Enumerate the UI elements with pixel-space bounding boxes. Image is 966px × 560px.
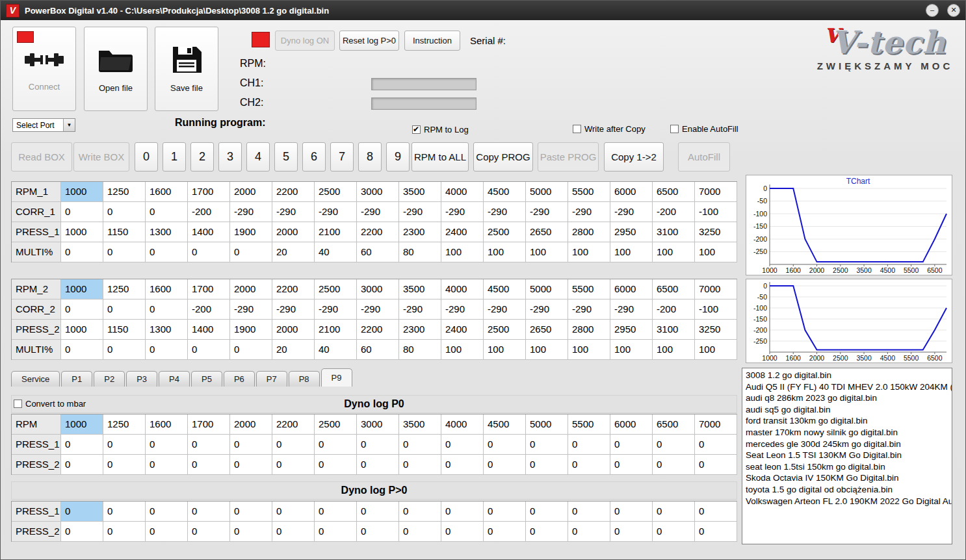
file-list-item[interactable]: Audi Q5 II (FY FL) 40 TDI MHEV 2.0 150kW… [742,381,952,393]
grid-cell[interactable]: 0 [568,455,610,475]
grid-cell[interactable]: 2200 [357,222,399,242]
grid-cell[interactable]: 2000 [230,182,272,202]
grid-cell[interactable]: -200 [188,202,230,222]
grid-cell[interactable]: 2950 [610,320,653,340]
grid-cell[interactable]: 0 [526,522,568,542]
grid-cell[interactable]: 100 [568,340,610,360]
file-list-item[interactable]: master 170km nowy silnik go digital.bin [742,427,952,439]
write-after-copy-checkbox[interactable]: Write after Copy [573,124,646,134]
grid-cell[interactable]: 4500 [484,182,526,202]
grid-cell[interactable]: 5500 [568,279,610,299]
grid-cell[interactable]: 1700 [188,182,230,202]
grid-cell[interactable]: 0 [188,522,230,542]
grid-cell[interactable]: 2200 [357,320,399,340]
grid-cell[interactable]: 3500 [399,414,441,435]
grid-cell[interactable]: 2500 [484,320,526,340]
grid-cell[interactable]: 0 [61,340,103,360]
file-list-item[interactable]: Skoda Octavia IV 150KM Go Digital.bin [742,472,952,484]
file-list-item[interactable]: ford transit 130km go digital.bin [742,415,952,427]
grid-cell[interactable]: 0 [484,522,526,542]
grid-cell[interactable]: -290 [357,299,399,320]
grid-cell[interactable]: 4000 [441,279,484,299]
grid-cell[interactable]: 80 [399,340,441,360]
grid-cell[interactable]: -290 [272,202,315,222]
digit-button-7[interactable]: 7 [330,142,354,172]
grid-cell[interactable]: 0 [568,522,610,542]
grid-cell[interactable]: 0 [188,435,230,455]
tab-p5[interactable]: P5 [191,371,222,387]
grid-cell[interactable]: 0 [272,455,315,475]
grid-cell[interactable]: 2200 [272,279,315,299]
grid-cell[interactable]: 2000 [230,279,272,299]
grid-cell[interactable]: 0 [272,522,315,542]
grid-cell[interactable]: 100 [610,242,653,262]
grid-cell[interactable]: 0 [695,455,737,475]
grid-cell[interactable]: 0 [653,435,695,455]
grid-cell[interactable]: 0 [526,455,568,475]
digit-button-4[interactable]: 4 [246,142,270,172]
grid-cell[interactable]: 0 [230,435,272,455]
digit-button-8[interactable]: 8 [358,142,382,172]
copy-1-to-2-button[interactable]: Copy 1->2 [604,142,664,172]
grid-cell[interactable]: 100 [526,242,568,262]
grid-cell[interactable]: 0 [526,435,568,455]
grid-cell[interactable]: 0 [484,502,526,522]
grid-cell[interactable]: -290 [315,299,357,320]
grid-cell[interactable]: 1400 [188,222,230,242]
grid-cell[interactable]: 0 [315,435,357,455]
grid-cell[interactable]: 100 [441,242,484,262]
grid-cell[interactable]: 0 [146,455,188,475]
grid-cell[interactable]: 0 [399,455,441,475]
grid-cell[interactable]: 60 [357,242,399,262]
grid-cell[interactable]: 0 [695,435,737,455]
grid-cell[interactable]: 6000 [610,279,653,299]
close-button[interactable]: ✕ [947,4,960,17]
grid-cell[interactable]: 0 [103,299,146,320]
grid-cell[interactable]: 2000 [272,222,315,242]
grid-cell[interactable]: 0 [61,435,103,455]
grid-cell[interactable]: 0 [399,522,441,542]
grid-cell[interactable]: 0 [399,502,441,522]
grid-cell[interactable]: 100 [653,340,695,360]
grid-cell[interactable]: 0 [315,455,357,475]
grid-cell[interactable]: 1600 [146,182,188,202]
grid-cell[interactable]: 1900 [230,320,272,340]
grid-cell[interactable]: 0 [103,455,146,475]
grid-cell[interactable]: 0 [146,299,188,320]
grid-cell[interactable]: -290 [315,202,357,222]
grid-cell[interactable]: 20 [272,340,315,360]
autofill-button[interactable]: AutoFill [678,142,730,172]
grid-cell[interactable]: 3500 [399,182,441,202]
grid-cell[interactable]: 2950 [610,222,653,242]
select-port-dropdown[interactable]: Select Port ▼ [12,118,75,132]
grid-cell[interactable]: 0 [230,522,272,542]
grid-cell[interactable]: 20 [272,242,315,262]
grid-cell[interactable]: 5500 [568,182,610,202]
copy-prog-button[interactable]: Copy PROG [473,142,533,172]
grid-cell[interactable]: 6500 [653,182,695,202]
grid-cell[interactable]: 60 [357,340,399,360]
grid-cell[interactable]: 0 [610,522,653,542]
grid-cell[interactable]: 0 [61,202,103,222]
minimize-button[interactable]: – [926,4,939,17]
grid-cell[interactable]: 3250 [695,222,737,242]
grid-cell[interactable]: 0 [146,522,188,542]
grid-cell[interactable]: 3100 [653,222,695,242]
tab-p9[interactable]: P9 [321,368,352,387]
grid-cell[interactable]: 1000 [61,414,103,435]
file-list-item[interactable]: toyota 1.5 go digital od obciążenia.bin [742,484,952,496]
chevron-down-icon[interactable]: ▼ [63,119,75,131]
grid-cell[interactable]: 2500 [315,414,357,435]
grid-cell[interactable]: 0 [357,502,399,522]
grid-cell[interactable]: 0 [610,435,653,455]
grid-cell[interactable]: 2000 [272,320,315,340]
grid-cell[interactable]: 0 [357,435,399,455]
grid-cell[interactable]: 0 [695,522,737,542]
write-box-button[interactable]: Write BOX [73,142,129,172]
grid-cell[interactable]: 2200 [272,182,315,202]
grid-cell[interactable]: 4000 [441,182,484,202]
grid-cell[interactable]: 1150 [103,320,146,340]
grid-cell[interactable]: 100 [568,242,610,262]
file-list-item[interactable]: audi sq5 go digital.bin [742,404,952,416]
grid-cell[interactable]: 4000 [441,414,484,435]
